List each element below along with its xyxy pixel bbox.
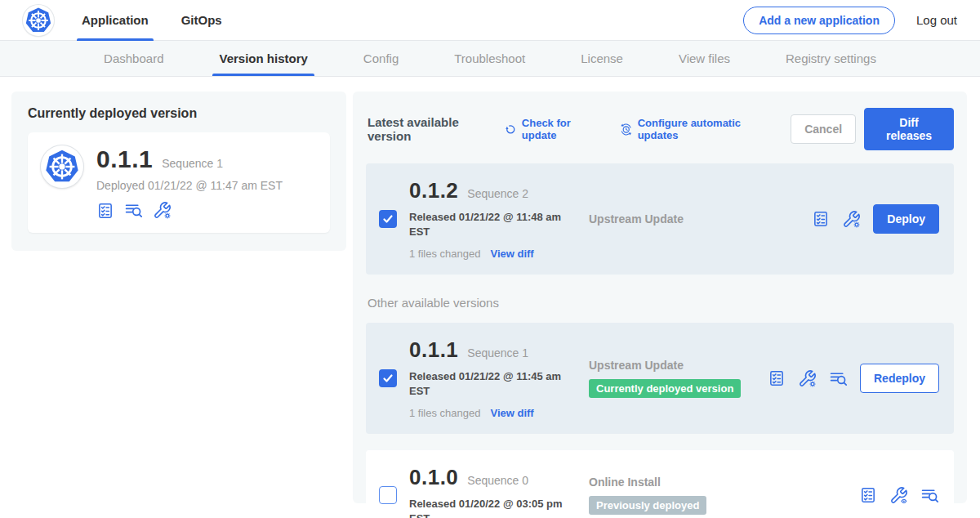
version-line: 0.1.1 Sequence 1 — [96, 145, 283, 173]
top-nav: Application GitOps Add a new application… — [0, 0, 980, 41]
version-sequence: Sequence 1 — [467, 346, 528, 359]
deployed-sequence: Sequence 1 — [162, 157, 223, 170]
top-nav-tabs: Application GitOps — [77, 0, 250, 41]
version-checkbox[interactable] — [379, 369, 397, 387]
clock-refresh-icon — [620, 123, 632, 136]
config-edit-icon[interactable] — [798, 369, 817, 388]
version-sequence: Sequence 0 — [467, 474, 528, 487]
subnav-tab-label: License — [581, 51, 623, 65]
currently-deployed-badge: Currently deployed version — [589, 379, 741, 398]
active-subnav-underline — [212, 74, 314, 76]
view-diff-link[interactable]: View diff — [490, 407, 533, 419]
previously-deployed-badge: Previously deployed — [589, 496, 706, 515]
version-source: Upstream Update — [582, 212, 812, 226]
version-sequence: Sequence 2 — [467, 187, 528, 200]
version-info: 0.1.1 Sequence 1 Released 01/21/22 @ 11:… — [409, 337, 582, 419]
refresh-icon — [505, 123, 517, 136]
subnav-tab-label: Dashboard — [104, 51, 163, 65]
panel-header: Latest available version Check for updat… — [366, 108, 954, 150]
deployed-version-details: 0.1.1 Sequence 1 Deployed 01/21/22 @ 11:… — [96, 145, 283, 220]
version-number: 0.1.0 — [409, 465, 458, 490]
released-timestamp: Released 01/20/22 @ 03:05 pm EST — [409, 497, 582, 518]
deployed-version-number: 0.1.1 — [96, 145, 153, 173]
preflight-checks-icon[interactable] — [768, 369, 786, 387]
logout-link[interactable]: Log out — [916, 13, 957, 27]
deployed-timestamp: Deployed 01/21/22 @ 11:47 am EST — [96, 179, 283, 192]
config-edit-icon[interactable] — [842, 210, 861, 229]
diff-releases-button[interactable]: Diff releases — [864, 108, 954, 150]
add-application-button[interactable]: Add a new application — [743, 7, 895, 34]
version-row-0-1-0: 0.1.0 Sequence 0 Released 01/20/22 @ 03:… — [366, 450, 954, 518]
tab-application[interactable]: Application — [77, 0, 154, 41]
subnav-tab-version-history[interactable]: Version history — [212, 41, 314, 76]
cancel-button[interactable]: Cancel — [791, 114, 856, 144]
configure-auto-updates-label: Configure automatic updates — [638, 117, 772, 141]
version-checkbox[interactable] — [379, 486, 397, 504]
deployed-action-icons — [96, 201, 283, 220]
version-actions — [859, 486, 941, 505]
deploy-logs-icon[interactable] — [124, 201, 143, 220]
check-icon — [382, 213, 394, 225]
view-diff-link[interactable]: View diff — [490, 248, 533, 260]
source-label: Upstream Update — [589, 359, 768, 372]
subnav-tab-label: Config — [363, 51, 399, 65]
source-label: Upstream Update — [589, 212, 812, 226]
check-for-update-label: Check for update — [522, 117, 600, 141]
version-info: 0.1.0 Sequence 0 Released 01/20/22 @ 03:… — [409, 465, 582, 518]
config-view-icon[interactable] — [889, 486, 908, 505]
configure-auto-updates-link[interactable]: Configure automatic updates — [620, 117, 771, 141]
version-info: 0.1.2 Sequence 2 Released 01/21/22 @ 11:… — [409, 178, 582, 260]
deployed-version-card: 0.1.1 Sequence 1 Deployed 01/21/22 @ 11:… — [28, 132, 330, 233]
deploy-button[interactable]: Deploy — [873, 204, 939, 234]
released-timestamp: Released 01/21/22 @ 11:45 am EST — [409, 369, 582, 398]
kubernetes-logo — [23, 5, 54, 36]
app-icon — [41, 145, 83, 188]
deploy-logs-icon[interactable] — [920, 486, 939, 505]
kubernetes-wheel-icon — [44, 149, 80, 185]
files-changed-line: 1 files changed View diff — [409, 407, 582, 419]
version-line: 0.1.2 Sequence 2 — [409, 178, 582, 203]
tab-gitops[interactable]: GitOps — [176, 0, 227, 41]
version-row-0-1-1: 0.1.1 Sequence 1 Released 01/21/22 @ 11:… — [366, 323, 954, 434]
version-actions: Redeploy — [768, 364, 941, 393]
currently-deployed-card: Currently deployed version 0.1 — [11, 92, 346, 251]
tab-application-label: Application — [82, 13, 149, 27]
latest-version-title: Latest available version — [368, 115, 493, 143]
app-sub-nav: Dashboard Version history Config Trouble… — [0, 41, 980, 77]
redeploy-button[interactable]: Redeploy — [860, 364, 939, 393]
main-content: Currently deployed version 0.1 — [0, 77, 980, 503]
version-history-panel: Latest available version Check for updat… — [353, 92, 967, 503]
version-checkbox[interactable] — [379, 210, 397, 228]
config-edit-icon[interactable] — [153, 201, 172, 220]
preflight-checks-icon[interactable] — [859, 486, 877, 504]
version-actions: Deploy — [812, 204, 941, 234]
subnav-tab-label: Registry settings — [786, 51, 876, 65]
subnav-tab-view-files[interactable]: View files — [672, 41, 737, 76]
tab-gitops-label: GitOps — [181, 13, 222, 27]
row-gap — [366, 434, 954, 450]
subnav-tab-config[interactable]: Config — [357, 41, 405, 76]
deployed-card-title: Currently deployed version — [28, 106, 330, 121]
released-timestamp: Released 01/21/22 @ 11:48 am EST — [409, 210, 582, 239]
subnav-tab-dashboard[interactable]: Dashboard — [97, 41, 170, 76]
subnav-tab-label: View files — [679, 51, 730, 65]
subnav-tab-label: Version history — [219, 51, 307, 65]
check-icon — [382, 373, 394, 384]
deploy-logs-icon[interactable] — [829, 369, 848, 388]
subnav-tab-registry-settings[interactable]: Registry settings — [779, 41, 883, 76]
version-row-0-1-2: 0.1.2 Sequence 2 Released 01/21/22 @ 11:… — [366, 163, 954, 275]
subnav-tab-license[interactable]: License — [574, 41, 630, 76]
preflight-checks-icon[interactable] — [96, 202, 114, 220]
files-changed-count: 1 files changed — [409, 248, 480, 260]
version-number: 0.1.2 — [409, 178, 458, 203]
version-line: 0.1.0 Sequence 0 — [409, 465, 582, 490]
subnav-tab-troubleshoot[interactable]: Troubleshoot — [448, 41, 532, 76]
kubernetes-wheel-icon — [24, 7, 52, 34]
source-label: Online Install — [589, 476, 859, 489]
check-for-update-link[interactable]: Check for update — [505, 117, 600, 141]
preflight-checks-icon[interactable] — [812, 210, 830, 228]
version-source: Upstream Update Currently deployed versi… — [582, 359, 768, 398]
files-changed-count: 1 files changed — [409, 407, 480, 419]
top-nav-right: Add a new application Log out — [743, 7, 957, 34]
version-source: Online Install Previously deployed — [582, 476, 859, 515]
